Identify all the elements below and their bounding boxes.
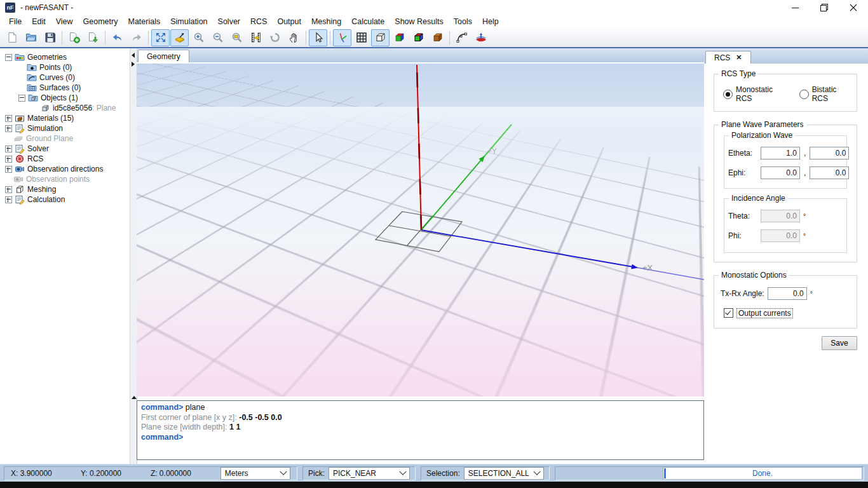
minimize-button[interactable] bbox=[780, 0, 810, 15]
surface-normals-icon[interactable] bbox=[471, 29, 490, 46]
tree-item-observation-directions[interactable]: Observation directions bbox=[0, 164, 130, 174]
wireframe-view-icon[interactable] bbox=[371, 29, 390, 46]
expand-icon[interactable] bbox=[5, 166, 12, 173]
tree-item-calculation[interactable]: Calculation bbox=[0, 194, 130, 205]
solver-icon bbox=[15, 144, 25, 154]
menu-solver[interactable]: Solver bbox=[213, 17, 245, 27]
console-line: command> plane bbox=[141, 403, 700, 413]
selection-select[interactable]: SELECTION_ALL bbox=[464, 467, 544, 480]
tree-item-observation-points[interactable]: Observation points bbox=[0, 174, 130, 184]
show-axes-icon[interactable] bbox=[333, 29, 351, 46]
console-prompt-line[interactable]: command> bbox=[141, 433, 700, 443]
close-button[interactable] bbox=[839, 0, 868, 15]
tree-item-plane-object[interactable]: id5c8e5056 : Plane bbox=[0, 103, 130, 113]
menu-meshing[interactable]: Meshing bbox=[306, 17, 346, 27]
monostatic-rcs-radio[interactable]: Monostatic RCS bbox=[723, 85, 784, 103]
menu-simulation[interactable]: Simulation bbox=[165, 17, 212, 27]
save-button[interactable]: Save bbox=[822, 336, 857, 350]
curve-tool-icon[interactable] bbox=[452, 29, 471, 46]
expand-icon[interactable] bbox=[5, 196, 12, 203]
zoom-window-icon[interactable] bbox=[227, 29, 246, 46]
zoom-in-icon[interactable] bbox=[189, 29, 208, 46]
open-icon[interactable] bbox=[22, 29, 40, 46]
observation-points-icon bbox=[13, 174, 24, 184]
select-cursor-icon[interactable] bbox=[309, 29, 327, 46]
etheta-imag-input[interactable] bbox=[810, 147, 849, 159]
expand-icon[interactable] bbox=[5, 156, 12, 163]
tree-item-points[interactable]: Points (0) bbox=[0, 62, 130, 72]
bistatic-rcs-radio[interactable]: Bistatic RCS bbox=[799, 85, 849, 103]
collapse-right-icon[interactable] bbox=[132, 62, 135, 67]
output-currents-checkbox[interactable] bbox=[724, 308, 733, 318]
zoom-out-icon[interactable] bbox=[208, 29, 227, 46]
menu-help[interactable]: Help bbox=[477, 17, 504, 27]
menu-geometry[interactable]: Geometry bbox=[78, 17, 123, 27]
redo-icon[interactable] bbox=[127, 29, 146, 46]
output-currents-option[interactable]: Output currents bbox=[724, 308, 850, 318]
command-console[interactable]: command> plane First corner of plane [x … bbox=[137, 400, 704, 460]
ephi-imag-input[interactable] bbox=[810, 166, 849, 179]
menu-calculate[interactable]: Calculate bbox=[346, 17, 390, 27]
ephi-real-input[interactable] bbox=[761, 166, 800, 179]
restore-button[interactable] bbox=[810, 0, 839, 15]
new-file-icon[interactable] bbox=[3, 29, 21, 46]
collapse-up-icon[interactable] bbox=[132, 396, 137, 399]
view-sequence-icon[interactable] bbox=[247, 29, 265, 46]
tree-item-solver[interactable]: Solver bbox=[0, 144, 130, 154]
close-tab-icon[interactable]: ✕ bbox=[736, 53, 742, 62]
menu-materials[interactable]: Materials bbox=[123, 17, 165, 27]
collapse-icon[interactable] bbox=[18, 95, 25, 102]
menu-file[interactable]: File bbox=[4, 17, 27, 27]
tree-item-objects[interactable]: Objects (1) bbox=[0, 93, 130, 103]
x-axis-label: +X bbox=[642, 263, 653, 273]
tree-item-curves[interactable]: Curves (0) bbox=[0, 72, 130, 83]
tree-item-simulation[interactable]: Simulation bbox=[0, 123, 130, 133]
rcs-icon bbox=[15, 154, 25, 164]
tree-item-surfaces[interactable]: Surfaces (0) bbox=[0, 83, 130, 93]
pan-view-icon[interactable] bbox=[285, 29, 303, 46]
expand-icon[interactable] bbox=[5, 146, 12, 152]
theta-label: Theta: bbox=[728, 212, 757, 220]
menu-view[interactable]: View bbox=[51, 17, 78, 27]
bottom-edge bbox=[0, 482, 868, 488]
pick-select[interactable]: PICK_NEAR bbox=[329, 467, 410, 480]
save-icon[interactable] bbox=[41, 29, 59, 46]
menu-edit[interactable]: Edit bbox=[27, 17, 51, 27]
menu-rcs[interactable]: RCS bbox=[245, 17, 272, 27]
tree-item-rcs[interactable]: RCS bbox=[0, 154, 130, 164]
x-coordinate: X: 3.900000 bbox=[11, 469, 81, 478]
add-geometry-icon[interactable] bbox=[65, 29, 83, 46]
perspective-view-icon[interactable] bbox=[170, 29, 189, 46]
tab-geometry[interactable]: Geometry bbox=[138, 50, 189, 62]
txrx-angle-input[interactable] bbox=[768, 287, 807, 300]
shaded-edges-view-icon[interactable] bbox=[409, 29, 428, 46]
radio-selected-icon[interactable] bbox=[723, 90, 733, 99]
radio-icon[interactable] bbox=[799, 90, 809, 99]
expand-icon[interactable] bbox=[5, 186, 12, 193]
expand-icon[interactable] bbox=[5, 125, 12, 132]
tree-item-meshing[interactable]: Meshing bbox=[0, 184, 130, 194]
3d-viewport[interactable]: +Y +X bbox=[137, 64, 704, 396]
collapse-left-icon[interactable] bbox=[132, 53, 135, 58]
tab-rcs[interactable]: RCS✕ bbox=[705, 51, 751, 64]
menu-show-results[interactable]: Show Results bbox=[390, 17, 448, 27]
tree-item-geometries[interactable]: Geometries bbox=[0, 52, 130, 62]
expand-icon[interactable] bbox=[5, 115, 12, 122]
undo-icon[interactable] bbox=[108, 29, 126, 46]
menu-output[interactable]: Output bbox=[272, 17, 306, 27]
fit-view-icon[interactable] bbox=[151, 29, 170, 46]
etheta-real-input[interactable] bbox=[761, 147, 800, 159]
units-select[interactable]: Meters bbox=[220, 467, 290, 480]
pick-panel: Pick: PICK_NEAR bbox=[302, 466, 416, 480]
solid-view-icon[interactable] bbox=[428, 29, 447, 46]
tree-item-ground-plane[interactable]: Ground Plane bbox=[0, 133, 130, 144]
show-grid-icon[interactable] bbox=[352, 29, 370, 46]
menu-tools[interactable]: Tools bbox=[449, 17, 477, 27]
tree-item-materials[interactable]: Materials (15) bbox=[0, 113, 130, 123]
phi-label: Phi: bbox=[728, 231, 757, 240]
shaded-view-icon[interactable] bbox=[390, 29, 409, 46]
import-geometry-icon[interactable] bbox=[84, 29, 102, 46]
etheta-label: Etheta: bbox=[728, 149, 757, 158]
rotate-view-icon[interactable] bbox=[266, 29, 284, 46]
collapse-icon[interactable] bbox=[5, 54, 12, 61]
